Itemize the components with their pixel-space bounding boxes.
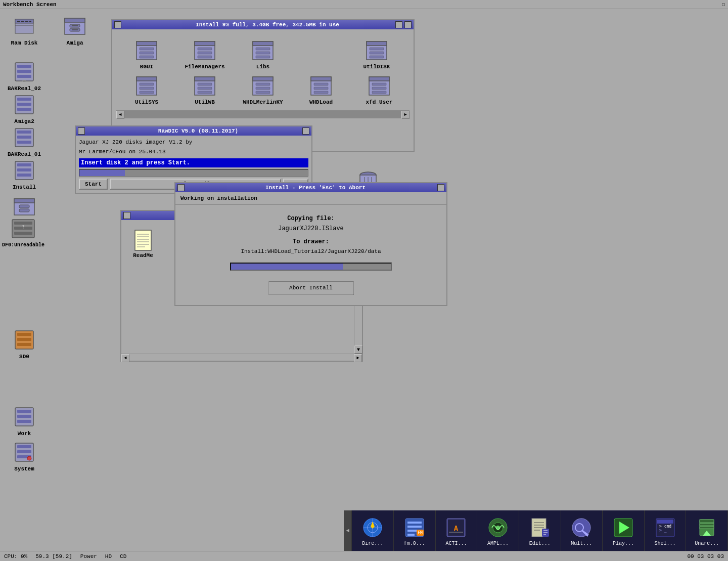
desktop-icon-amiga2[interactable]: Amiga2	[4, 93, 44, 125]
amiga2-label: Amiga2	[13, 118, 35, 125]
scroll-left-btn[interactable]: ◄	[116, 111, 124, 119]
svg-rect-95	[314, 83, 328, 85]
taskbar: ◄ Dire... FM fm.0...	[344, 510, 728, 551]
svg-rect-71	[256, 52, 270, 54]
rawdic-progress-bar	[79, 169, 308, 177]
jaguar-scroll-down[interactable]: ▼	[354, 346, 362, 354]
svg-text:> _: > _	[659, 528, 667, 533]
install-icon-utilsys[interactable]: UtilSYS	[126, 76, 167, 105]
install-progress-depth-gadget[interactable]	[437, 184, 444, 191]
svg-rect-49	[17, 450, 31, 453]
svg-rect-151	[700, 527, 714, 529]
jaguar-icon-readme[interactable]: ReadMe	[125, 229, 161, 258]
install-icon-utildisk[interactable]: UtilDISK	[354, 40, 399, 70]
system-label: System	[13, 465, 35, 472]
cd-label: CD	[120, 553, 126, 559]
svg-rect-97	[314, 91, 328, 94]
install-icon-utildisk-label: UtilDISK	[363, 64, 390, 70]
svg-rect-35	[14, 222, 32, 225]
install-close-gadget[interactable]	[114, 21, 121, 28]
svg-rect-92	[256, 91, 270, 94]
taskbar-item-fm0[interactable]: FM fm.0...	[394, 510, 436, 551]
install-icon-bgui[interactable]: BGUI	[126, 40, 167, 70]
install-progress-close-gadget[interactable]	[177, 184, 185, 191]
desktop-icon-bakreal01[interactable]: BAKReal_01	[4, 125, 44, 158]
desktop-icon-bakreal02[interactable]: BAKReal_02	[4, 60, 44, 92]
install-icons-row2: UtilSYS UtilWB	[116, 73, 410, 110]
taskbar-toggle[interactable]: ◄	[344, 510, 352, 551]
svg-rect-117	[407, 526, 422, 528]
svg-rect-59	[136, 41, 157, 46]
taskbar-item-unarc[interactable]: Unarc...	[686, 510, 728, 551]
desktop-icon-ram-disk[interactable]: Ram Disk	[4, 14, 44, 47]
desktop-icon-sd0[interactable]: SD0	[4, 328, 44, 360]
desktop-icon-df0[interactable]: ? DF0:Unreadable	[3, 217, 43, 248]
jaguar-scroll-left[interactable]: ◄	[121, 354, 129, 362]
jaguar-htrack[interactable]	[129, 354, 354, 362]
desktop-icon-install[interactable]: Install	[4, 158, 44, 191]
svg-rect-75	[370, 48, 384, 50]
install-depth-gadget[interactable]	[404, 21, 412, 28]
rawdic-depth-gadget[interactable]	[302, 127, 309, 135]
svg-rect-82	[140, 91, 154, 94]
install-icon-filemanagers[interactable]: FileManagers	[182, 40, 228, 70]
taskbar-item-play[interactable]: Play...	[603, 510, 645, 551]
taskbar-item-edit[interactable]: Edit...	[519, 510, 561, 551]
install-icon-utilwb[interactable]: UtilWB	[182, 76, 228, 105]
work-label: Work	[17, 430, 32, 437]
taskbar-item-ampl[interactable]: AMPL...	[477, 510, 519, 551]
svg-rect-21	[17, 108, 31, 111]
rawdic-line2: Mr Larmer/CFou on 25.04.13	[79, 148, 308, 156]
install-icon-whdlmerlinky[interactable]: WHDLMerlinKY	[243, 76, 283, 105]
install-progress-titlebar[interactable]: Install - Press 'Esc' to Abort	[175, 183, 446, 192]
statusbar: CPU: 0% 59.3 [59.2] Power HD CD 00 03 03…	[0, 551, 728, 561]
taskbar-item-mult[interactable]: Mult...	[561, 510, 603, 551]
desktop-icon-amiga[interactable]: Amiga	[55, 14, 95, 47]
svg-text:?: ?	[22, 225, 25, 230]
svg-rect-79	[136, 77, 157, 81]
svg-text:FM: FM	[418, 531, 423, 535]
amiga-drawer-icon	[63, 14, 87, 38]
svg-rect-62	[140, 56, 154, 58]
jaguar-close-gadget[interactable]	[123, 212, 130, 219]
desktop-icon-system[interactable]: System	[4, 440, 44, 472]
rawdic-start-button[interactable]: Start	[79, 179, 108, 190]
svg-rect-91	[256, 87, 270, 90]
taskbar-ampl-label: AMPL...	[487, 541, 509, 546]
svg-rect-46	[17, 420, 31, 423]
svg-rect-81	[140, 87, 154, 90]
taskbar-edit-label: Edit...	[529, 541, 551, 546]
svg-rect-3	[21, 21, 24, 22]
install-hscrollbar: ◄ ►	[116, 110, 410, 118]
install-abort-button[interactable]: Abort Install	[268, 281, 354, 295]
install-icon-libs[interactable]: Libs	[243, 40, 283, 70]
jaguar-scroll-right[interactable]: ►	[354, 354, 362, 362]
rawdic-close-gadget[interactable]	[78, 127, 85, 135]
svg-rect-37	[14, 232, 32, 235]
svg-rect-65	[198, 48, 212, 50]
install-window-titlebar[interactable]: Install 9% full, 3.4GB free, 342.5MB in …	[112, 20, 414, 29]
svg-rect-72	[256, 56, 270, 58]
taskbar-item-acti[interactable]: A ACTI...	[436, 510, 478, 551]
svg-rect-60	[140, 48, 154, 50]
svg-rect-16	[17, 75, 31, 78]
taskbar-item-dire[interactable]: Dire...	[352, 510, 394, 551]
rawdic-titlebar[interactable]: RawDIC V5.0 (08.11.2017)	[76, 126, 311, 136]
rawdic-highlighted: Insert disk 2 and press Start.	[79, 158, 308, 167]
svg-rect-41	[17, 338, 31, 341]
jaguar-hscrollbar: ◄ ►	[121, 354, 362, 362]
install-icon-whdload[interactable]: WHDLoad	[298, 76, 344, 105]
scrollbar-track[interactable]	[124, 111, 401, 118]
svg-rect-45	[17, 415, 31, 418]
desktop-icon-work[interactable]: Work	[4, 405, 44, 437]
svg-rect-66	[198, 52, 212, 54]
taskbar-item-shel[interactable]: > cmd > _ Shel...	[645, 510, 687, 551]
svg-rect-67	[198, 56, 212, 58]
svg-rect-76	[370, 52, 384, 54]
install-progress-body: Copying file: JaguarXJ220.ISlave To draw…	[175, 205, 446, 305]
scroll-right-btn[interactable]: ►	[401, 111, 410, 119]
install-icon-xfduser[interactable]: xfd_User	[359, 76, 399, 105]
install-zoom-gadget[interactable]	[395, 21, 402, 28]
fm0-icon: FM	[402, 515, 427, 540]
ampl-icon	[486, 515, 510, 540]
